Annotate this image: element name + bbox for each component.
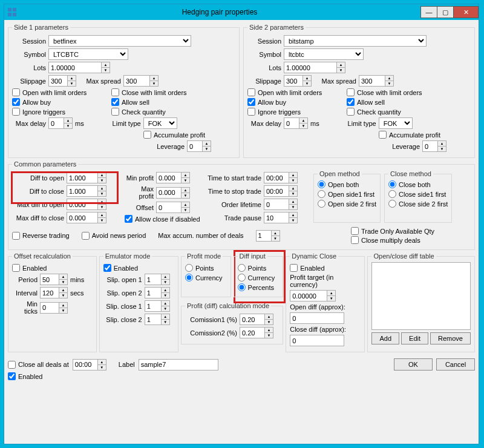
profit-target-spinner[interactable]: ▲▼ [290, 290, 336, 301]
diff-table-list[interactable] [371, 262, 471, 330]
close-all-time-spinner[interactable]: ▲▼ [73, 359, 106, 371]
trade-only-avail-check[interactable]: Trade Only Available Qty [351, 227, 434, 235]
check-qty-check[interactable]: Check quantity [111, 108, 166, 116]
ignore-triggers-check-2[interactable]: Ignore triggers [247, 108, 344, 116]
svg-rect-1 [13, 8, 16, 12]
max-diff-close-spinner[interactable]: ▲▼ [67, 212, 106, 223]
calc-mode-group: Profit (diff) calculation mode Comission… [181, 302, 283, 344]
diff-open-spinner[interactable]: ▲▼ [67, 172, 106, 183]
lots-spinner-2[interactable]: ▲▼ [284, 62, 345, 73]
ok-button[interactable]: OK [394, 358, 433, 371]
app-icon [6, 6, 18, 18]
max-profit-spinner[interactable]: ▲▼ [156, 187, 190, 199]
leverage-spinner-2[interactable]: ▲▼ [422, 140, 446, 152]
close-button[interactable]: ✕ [453, 6, 479, 18]
dyn-enabled-check[interactable]: Enabled [290, 264, 324, 272]
label-input[interactable] [139, 359, 218, 371]
lots-label: Lots [12, 64, 46, 71]
symbol-label: Symbol [12, 51, 46, 58]
slippage-spinner-2[interactable]: ▲▼ [284, 75, 312, 87]
remove-button[interactable]: Remove [430, 332, 471, 344]
emu-enabled-check[interactable]: Enabled [103, 264, 138, 272]
diff-points-radio[interactable]: Points [238, 264, 267, 272]
open-diff-input[interactable] [290, 312, 344, 324]
leverage-spinner[interactable]: ▲▼ [187, 140, 211, 152]
side2-legend: Side 2 parameters [247, 24, 306, 31]
avoid-news-check[interactable]: Avoid news period [82, 232, 146, 240]
limittype-select-2[interactable]: FOK [379, 117, 413, 129]
diff-percents-radio[interactable]: Percents [238, 283, 274, 291]
session-label: Session [12, 38, 46, 45]
close-both-radio[interactable]: Close both [388, 180, 431, 188]
allow-sell-check-2[interactable]: Allow sell [347, 98, 385, 106]
allow-sell-check[interactable]: Allow sell [111, 98, 149, 106]
window-title: Hedging pair properties [18, 8, 421, 16]
maxdelay-spinner-2[interactable]: ▲▼ [284, 117, 308, 129]
limittype-select[interactable]: FOK [143, 117, 177, 129]
leverage-label: Leverage [157, 143, 185, 150]
open-limit-check[interactable]: Open with limit orders [12, 88, 109, 96]
max-accum-spinner[interactable]: ▲▼ [256, 230, 280, 242]
slip-open2-spinner[interactable]: ▲▼ [145, 287, 170, 298]
minimize-button[interactable]: — [420, 6, 437, 18]
diff-close-spinner[interactable]: ▲▼ [67, 185, 106, 197]
commission2-spinner[interactable]: ▲▼ [240, 327, 273, 338]
maximize-button[interactable]: ▢ [437, 6, 454, 18]
ignore-triggers-check[interactable]: Ignore triggers [12, 108, 109, 116]
svg-rect-3 [13, 13, 16, 16]
reverse-trading-check[interactable]: Reverse trading [12, 232, 70, 240]
slip-open1-spinner[interactable]: ▲▼ [145, 274, 170, 285]
symbol-select[interactable]: LTCBTC [48, 48, 128, 60]
check-qty-check-2[interactable]: Check quantity [347, 108, 401, 116]
time-stop-spinner[interactable]: ▲▼ [264, 185, 298, 197]
max-diff-open-spinner[interactable]: ▲▼ [67, 199, 106, 210]
diff-currency-radio[interactable]: Currency [238, 274, 275, 282]
accum-profit-check-2[interactable]: Accumulate profit [379, 131, 440, 139]
svg-rect-0 [8, 8, 11, 12]
session-select[interactable]: betfinex [48, 35, 191, 47]
open-limit-check-2[interactable]: Open with limit orders [247, 88, 344, 96]
edit-button[interactable]: Edit [401, 332, 428, 344]
slip-close1-spinner[interactable]: ▲▼ [145, 300, 170, 312]
slip-close2-spinner[interactable]: ▲▼ [145, 314, 170, 325]
maxspread-spinner[interactable]: ▲▼ [123, 75, 159, 87]
close-side1-radio[interactable]: Close side1 first [388, 190, 446, 198]
close-diff-input[interactable] [290, 335, 344, 346]
maxspread-spinner-2[interactable]: ▲▼ [359, 75, 394, 87]
profit-currency-radio[interactable]: Currency [185, 274, 223, 282]
allow-buy-check[interactable]: Allow buy [12, 98, 109, 106]
open-side1-radio[interactable]: Open side1 first [318, 190, 374, 198]
accum-profit-check[interactable]: Accumulate profit [143, 131, 205, 139]
profit-points-radio[interactable]: Points [185, 264, 214, 272]
commission1-spinner[interactable]: ▲▼ [240, 314, 273, 325]
order-life-spinner[interactable]: ▲▼ [264, 199, 298, 210]
close-all-deals-check[interactable]: Close all deals at [8, 361, 69, 369]
lots-spinner[interactable]: ▲▼ [48, 62, 110, 73]
close-limit-check-2[interactable]: Close with limit orders [347, 88, 422, 96]
close-side2-radio[interactable]: Close side 2 first [388, 200, 448, 208]
side1-legend: Side 1 parameters [12, 24, 70, 31]
minticks-spinner[interactable]: ▲▼ [40, 302, 68, 314]
allow-close-disabled-check[interactable]: Allow close if disabled [125, 215, 200, 223]
close-multiply-check[interactable]: Close multiply deals [351, 236, 434, 244]
open-both-radio[interactable]: Open both [318, 180, 359, 188]
session-select-2[interactable]: bitstamp [284, 35, 427, 47]
add-button[interactable]: Add [371, 332, 399, 344]
period-spinner[interactable]: ▲▼ [40, 274, 68, 285]
slippage-spinner[interactable]: ▲▼ [48, 75, 76, 87]
min-profit-spinner[interactable]: ▲▼ [156, 172, 190, 183]
cancel-button[interactable]: Cancel [436, 358, 475, 371]
close-limit-check[interactable]: Close with limit orders [111, 88, 187, 96]
symbol-select-2[interactable]: ltcbtc [284, 48, 364, 60]
maxdelay-spinner[interactable]: ▲▼ [48, 117, 73, 129]
time-start-spinner[interactable]: ▲▼ [264, 172, 298, 183]
interval-spinner[interactable]: ▲▼ [40, 287, 68, 298]
offset-enabled-check[interactable]: Enabled [12, 264, 47, 272]
enabled-check[interactable]: Enabled [8, 372, 42, 380]
trade-pause-spinner[interactable]: ▲▼ [264, 212, 298, 223]
profit-mode-group: Profit mode Points Currency [181, 252, 231, 297]
open-side2-radio[interactable]: Open side 2 first [318, 200, 376, 208]
offset-spinner[interactable]: ▲▼ [156, 202, 190, 213]
limittype-label: Limit type [87, 120, 141, 127]
allow-buy-check-2[interactable]: Allow buy [247, 98, 344, 106]
